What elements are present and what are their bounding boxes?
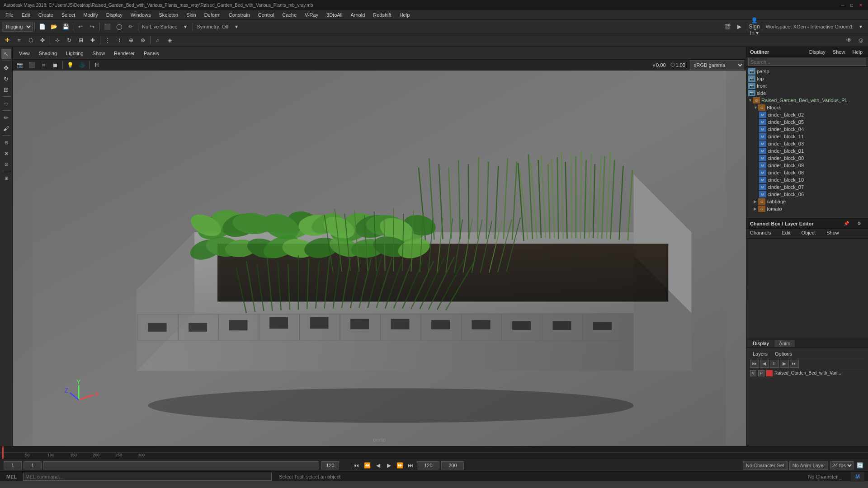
outliner-menu-show[interactable]: Show (831, 48, 847, 56)
symmetry-btn[interactable]: ▾ (231, 22, 242, 32)
live-surface-btn[interactable]: ▾ (180, 22, 191, 32)
open-scene-btn[interactable]: 📂 (48, 22, 59, 32)
vp-shadow-btn[interactable]: 🌑 (76, 60, 87, 70)
lasso-select-btn[interactable]: ⌗ (14, 35, 24, 45)
tab-anim[interactable]: Anim (774, 340, 795, 347)
outliner-item-cinder07[interactable]: M cinder_block_07 (746, 183, 868, 191)
vp-menu-renderer[interactable]: Renderer (111, 50, 137, 57)
menu-control[interactable]: Control (255, 11, 278, 19)
outliner-item-cinder10[interactable]: M cinder_block_10 (746, 176, 868, 183)
layer-fwd-btn[interactable]: ▶ (780, 360, 789, 368)
vp-menu-panels[interactable]: Panels (141, 50, 162, 57)
go-to-end-btn[interactable]: ⏭ (406, 461, 415, 470)
outliner-item-top[interactable]: 📷 top (746, 75, 868, 82)
select-tool-btn[interactable]: ✛ (2, 35, 13, 45)
outliner-item-persp[interactable]: 📷 persp (746, 68, 868, 75)
outliner-item-tomato[interactable]: ▶ G tomato (746, 205, 868, 212)
menu-edit[interactable]: Edit (18, 11, 34, 19)
channel-box-menu-object[interactable]: Object (797, 229, 819, 238)
playback-end-input[interactable] (417, 461, 439, 469)
show-hide-btn[interactable]: 👁 (844, 35, 854, 45)
outliner-item-cinder02[interactable]: M cinder_block_02 (746, 111, 868, 118)
vp-wireframe-btn[interactable]: ⌗ (38, 60, 49, 70)
lasso-btn[interactable]: ◯ (113, 22, 124, 32)
layer-p-label[interactable]: P (758, 370, 764, 376)
rotate-tool[interactable]: ↻ (1, 74, 11, 84)
show-manipulator-tool[interactable]: ⊹ (1, 99, 11, 108)
maximize-button[interactable]: □ (848, 1, 855, 9)
vp-menu-show[interactable]: Show (90, 50, 108, 57)
menu-create[interactable]: Create (35, 11, 57, 19)
menu-select[interactable]: Select (58, 11, 79, 19)
menu-display[interactable]: Display (103, 11, 126, 19)
outliner-item-blocks[interactable]: ▼ G Blocks (746, 104, 868, 111)
paint-select-btn[interactable]: ⬡ (25, 35, 36, 45)
snap-curve-btn[interactable]: ⌇ (114, 35, 125, 45)
layer-v-label[interactable]: V (750, 370, 756, 376)
menu-help[interactable]: Help (396, 11, 414, 19)
channel-box-menu-edit[interactable]: Edit (778, 229, 794, 238)
vp-lighting-btn[interactable]: 💡 (65, 60, 75, 70)
grid-tool-btn[interactable]: ⊞ (1, 173, 11, 183)
layer-row-raised-bed[interactable]: V P Raised_Garden_Bed_with_Vari... (748, 369, 866, 377)
scale-tool[interactable]: ⊞ (1, 84, 11, 94)
menu-constrain[interactable]: Constrain (225, 11, 254, 19)
outliner-item-cinder11[interactable]: M cinder_block_11 (746, 133, 868, 140)
play-back-btn[interactable]: ◀ (373, 461, 382, 470)
outliner-item-cinder05[interactable]: M cinder_block_05 (746, 118, 868, 126)
layers-menu-options[interactable]: Options (772, 350, 795, 357)
no-character-set-badge[interactable]: No Character Set (743, 461, 788, 470)
menu-skin[interactable]: Skin (183, 11, 199, 19)
menu-cache[interactable]: Cache (278, 11, 300, 19)
snap-grid-btn[interactable]: ⋮ (102, 35, 113, 45)
outliner-item-cinder08[interactable]: M cinder_block_08 (746, 169, 868, 176)
outliner-item-cinder01[interactable]: M cinder_block_01 (746, 147, 868, 155)
tab-display[interactable]: Display (748, 340, 774, 347)
menu-modify[interactable]: Modify (80, 11, 101, 19)
save-scene-btn[interactable]: 💾 (60, 22, 71, 32)
vp-select-mask-btn[interactable]: ⬛ (26, 60, 37, 70)
vp-smooth-btn[interactable]: ◼ (50, 60, 61, 70)
vp-hud-btn[interactable]: H (91, 60, 102, 70)
mel-input[interactable] (23, 473, 272, 481)
step-fwd-btn[interactable]: ⏩ (395, 461, 404, 470)
menu-deform[interactable]: Deform (201, 11, 224, 19)
fps-dropdown[interactable]: 24 fps 30 fps (830, 461, 854, 469)
redo-btn[interactable]: ↪ (87, 22, 98, 32)
menu-arnold[interactable]: Arnold (347, 11, 368, 19)
outliner-item-cinder09[interactable]: M cinder_block_09 (746, 162, 868, 169)
range-start-input[interactable] (24, 461, 42, 469)
universal-manip-btn[interactable]: ✚ (87, 35, 98, 45)
paint-btn[interactable]: ✏ (125, 22, 136, 32)
sign-in-btn[interactable]: 👤 Sign In ▾ (749, 22, 760, 32)
outliner-item-cinder06[interactable]: M cinder_block_06 (746, 191, 868, 198)
render-btn[interactable]: 🎬 (722, 22, 733, 32)
xray-btn[interactable]: ◈ (164, 35, 175, 45)
outliner-item-raised-bed[interactable]: ▼ G Raised_Garden_Bed_with_Various_Pl... (746, 97, 868, 104)
playback-total-input[interactable] (441, 461, 464, 469)
step-back-btn[interactable]: ⏪ (363, 461, 372, 470)
play-fwd-btn[interactable]: ▶ (384, 461, 393, 470)
translate-btn[interactable]: ⊹ (52, 35, 63, 45)
new-scene-btn[interactable]: 📄 (37, 22, 47, 32)
select-tool[interactable]: ↖ (1, 49, 11, 59)
isolate-btn[interactable]: ◎ (855, 35, 866, 45)
snap-point-btn[interactable]: ⊕ (126, 35, 137, 45)
layout-tools-btn[interactable]: ⊟ (1, 137, 11, 147)
expand-cabbage[interactable]: ▶ (754, 199, 758, 204)
menu-redshift[interactable]: Redshift (369, 11, 395, 19)
outliner-menu-display[interactable]: Display (807, 48, 827, 56)
vp-menu-lighting[interactable]: Lighting (63, 50, 86, 57)
select-mode-btn[interactable]: ⬛ (102, 22, 113, 32)
scale-btn[interactable]: ⊞ (75, 35, 86, 45)
playback-refresh-btn[interactable]: 🔄 (855, 461, 864, 470)
menu-windows[interactable]: Windows (127, 11, 155, 19)
workspace-btn[interactable]: ▾ (855, 22, 866, 32)
layout-dropdown[interactable]: Rigging (2, 22, 33, 32)
soft-select-btn[interactable]: ⌂ (152, 35, 163, 45)
outliner-item-side[interactable]: 📷 side (746, 89, 868, 97)
menu-skeleton[interactable]: Skeleton (155, 11, 182, 19)
vp-menu-view[interactable]: View (16, 50, 33, 57)
channel-box-menu-show[interactable]: Show (823, 229, 843, 238)
ipr-btn[interactable]: ▶ (734, 22, 745, 32)
